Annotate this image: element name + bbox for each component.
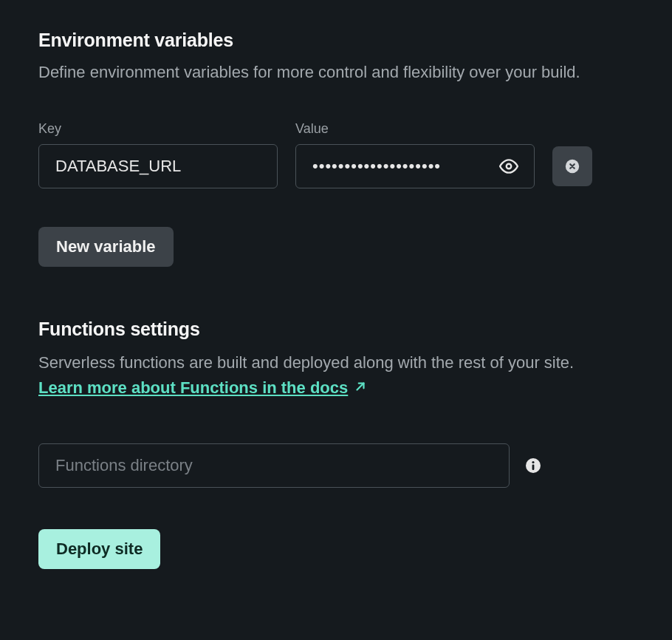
deploy-site-button[interactable]: Deploy site (38, 529, 160, 569)
eye-icon (499, 157, 518, 176)
value-field-group: Value (295, 121, 535, 188)
toggle-visibility-button[interactable] (496, 154, 521, 179)
external-link-icon (354, 375, 367, 401)
info-icon (524, 457, 542, 474)
functions-directory-row (38, 443, 634, 488)
key-label: Key (38, 121, 278, 137)
functions-title: Functions settings (38, 319, 634, 340)
close-circle-icon (564, 158, 580, 174)
remove-variable-button[interactable] (552, 146, 592, 186)
value-input-wrapper (295, 144, 535, 188)
key-field-group: Key (38, 121, 278, 188)
functions-directory-info-button[interactable] (524, 457, 542, 474)
functions-directory-input[interactable] (38, 443, 510, 488)
docs-link-text: Learn more about Functions in the docs (38, 375, 348, 401)
svg-line-2 (357, 383, 364, 389)
env-variables-description: Define environment variables for more co… (38, 61, 634, 84)
functions-settings-section: Functions settings Serverless functions … (38, 319, 634, 569)
svg-point-0 (507, 164, 512, 169)
svg-point-4 (532, 461, 534, 463)
functions-description: Serverless functions are built and deplo… (38, 350, 634, 401)
svg-rect-5 (532, 464, 535, 470)
env-variable-row: Key Value (38, 121, 634, 188)
env-variables-section: Environment variables Define environment… (38, 30, 634, 267)
key-input[interactable] (38, 144, 278, 188)
env-variables-title: Environment variables (38, 30, 634, 51)
value-label: Value (295, 121, 535, 137)
new-variable-button[interactable]: New variable (38, 227, 174, 267)
functions-docs-link[interactable]: Learn more about Functions in the docs (38, 375, 367, 401)
